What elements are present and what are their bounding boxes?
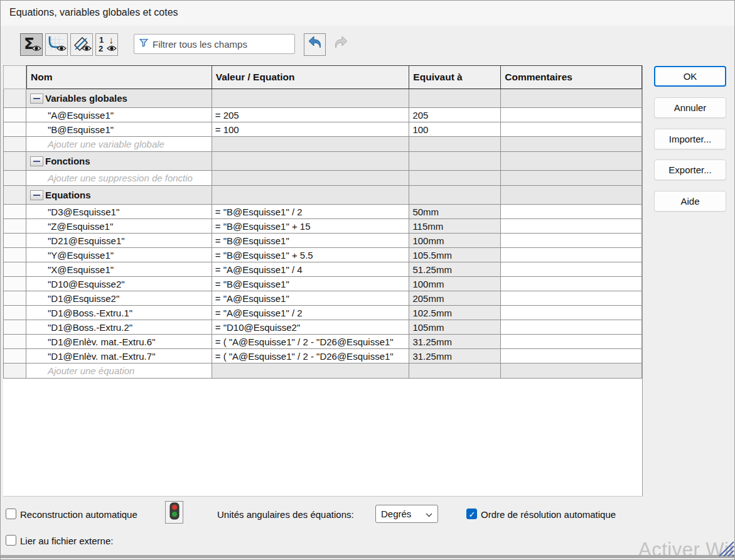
row-handle[interactable] [3,262,26,277]
comment-cell[interactable] [501,349,642,363]
row-handle[interactable] [3,335,26,349]
value-cell[interactable]: = "A@Esquisse1" / 4 [212,262,410,277]
name-cell[interactable]: "D1@Enlèv. mat.-Extru.7" [26,349,212,363]
value-cell[interactable]: = ( "A@Esquisse1" / 2 - "D26@Esquisse1" [212,349,410,363]
value-cell[interactable]: = ( "A@Esquisse1" / 2 - "D26@Esquisse1" [212,335,410,349]
comment-cell[interactable] [501,262,642,277]
auto-order-checkbox[interactable] [466,509,477,519]
dimension-view-button[interactable] [70,33,93,56]
row-handle[interactable] [3,186,26,205]
name-cell[interactable]: "Z@Esquisse1" [26,219,212,234]
column-header-equivaut[interactable]: Equivaut à [409,65,501,89]
value-cell [212,152,410,171]
ordered-view-button[interactable]: 1 2 ↓ [95,33,118,56]
select-all-cell[interactable] [3,65,26,89]
rebuild-checkbox[interactable] [6,509,16,519]
name-cell[interactable]: "D1@Enlèv. mat.-Extru.6" [26,335,212,349]
comment-cell[interactable] [501,108,642,122]
comment-cell[interactable] [501,122,642,137]
section-row: Equations [3,186,642,205]
comment-cell[interactable] [501,291,642,306]
section-name-cell[interactable]: Fonctions [26,152,212,171]
add-row-placeholder-cell[interactable]: Ajouter une suppression de fonctio [26,171,212,186]
sketch-equation-view-button[interactable] [45,33,68,56]
angular-units-dropdown[interactable]: Degrés [375,505,438,523]
row-handle[interactable] [3,363,26,379]
traffic-light-button[interactable] [165,501,183,524]
row-handle[interactable] [3,320,26,335]
link-external-checkbox[interactable] [6,535,16,546]
collapse-toggle-icon[interactable] [30,190,43,200]
import-button[interactable]: Importer... [654,129,726,149]
value-cell[interactable]: = "A@Esquisse1" / 2 [212,306,410,320]
equation-view-button[interactable]: Σ [20,33,43,56]
name-cell[interactable]: "D1@Boss.-Extru.2" [26,320,212,335]
cancel-button[interactable]: Annuler [654,97,726,118]
comment-cell[interactable] [501,219,642,234]
row-handle[interactable] [3,219,26,234]
value-cell[interactable]: = "A@Esquisse1" [212,291,410,306]
name-cell[interactable]: "D21@Esquisse1" [26,234,212,248]
redo-button[interactable] [330,33,351,56]
comment-cell[interactable] [501,248,642,262]
equations-dialog: Equations, variables globales et cotes Σ [0,0,735,560]
row-handle[interactable] [3,137,26,152]
comment-cell[interactable] [501,205,642,219]
name-cell[interactable]: "X@Esquisse1" [26,262,212,277]
result-cell: 51.25mm [409,262,501,277]
name-cell[interactable]: "D3@Esquisse1" [26,205,212,219]
collapse-toggle-icon[interactable] [30,94,43,104]
name-cell[interactable]: "D1@Esquisse2" [26,291,212,306]
row-handle[interactable] [3,306,26,320]
row-handle[interactable] [3,234,26,248]
help-button[interactable]: Aide [654,191,726,212]
table-row: "D1@Esquisse2"= "A@Esquisse1"205mm [3,291,642,306]
row-handle[interactable] [3,152,26,171]
add-row-placeholder-cell[interactable]: Ajouter une équation [26,363,212,379]
collapse-toggle-icon[interactable] [30,156,43,166]
name-cell[interactable]: "D10@Esquisse2" [26,277,212,291]
comment-cell [501,137,642,152]
row-handle[interactable] [3,89,26,108]
name-cell[interactable]: "A@Esquisse1" [26,108,212,122]
filter-input[interactable] [153,39,294,50]
comment-cell[interactable] [501,320,642,335]
table-header: Nom Valeur / Equation Equivaut à Comment… [3,65,642,89]
value-cell[interactable]: = 100 [212,122,410,137]
row-handle[interactable] [3,205,26,219]
row-handle[interactable] [3,277,26,291]
column-header-nom[interactable]: Nom [26,65,212,89]
row-handle[interactable] [3,248,26,262]
row-handle[interactable] [3,349,26,363]
undo-button[interactable] [304,33,326,56]
comment-cell[interactable] [501,277,642,291]
ok-button[interactable]: OK [654,66,726,87]
comment-cell[interactable] [501,306,642,320]
name-cell[interactable]: "Y@Esquisse1" [26,248,212,262]
section-name-cell[interactable]: Variables globales [26,89,212,108]
value-cell[interactable]: = "B@Esquisse1" / 2 [212,205,410,219]
value-cell[interactable]: = "B@Esquisse1" [212,234,410,248]
add-row-placeholder-cell[interactable]: Ajouter une variable globale [26,137,212,152]
name-cell[interactable]: "D1@Boss.-Extru.1" [26,306,212,320]
value-cell[interactable]: = "B@Esquisse1" + 15 [212,219,410,234]
row-handle[interactable] [3,171,26,186]
value-cell[interactable]: = "B@Esquisse1" [212,277,410,291]
resize-grip-icon[interactable] [712,534,734,559]
value-cell[interactable]: = 205 [212,108,410,122]
name-cell[interactable]: "B@Esquisse1" [26,122,212,137]
row-handle[interactable] [3,108,26,122]
row-handle[interactable] [3,291,26,306]
section-name-cell[interactable]: Equations [26,186,212,205]
export-button[interactable]: Exporter... [654,159,726,180]
eye-icon [107,43,117,54]
row-handle[interactable] [3,122,26,137]
result-cell: 105.5mm [409,248,501,262]
comment-cell[interactable] [501,335,642,349]
column-header-valeur[interactable]: Valeur / Equation [212,65,410,89]
column-header-commentaires[interactable]: Commentaires [501,65,642,89]
result-cell [409,137,501,152]
value-cell[interactable]: = "B@Esquisse1" + 5.5 [212,248,410,262]
value-cell[interactable]: = "D10@Esquisse2" [212,320,410,335]
comment-cell[interactable] [501,234,642,248]
